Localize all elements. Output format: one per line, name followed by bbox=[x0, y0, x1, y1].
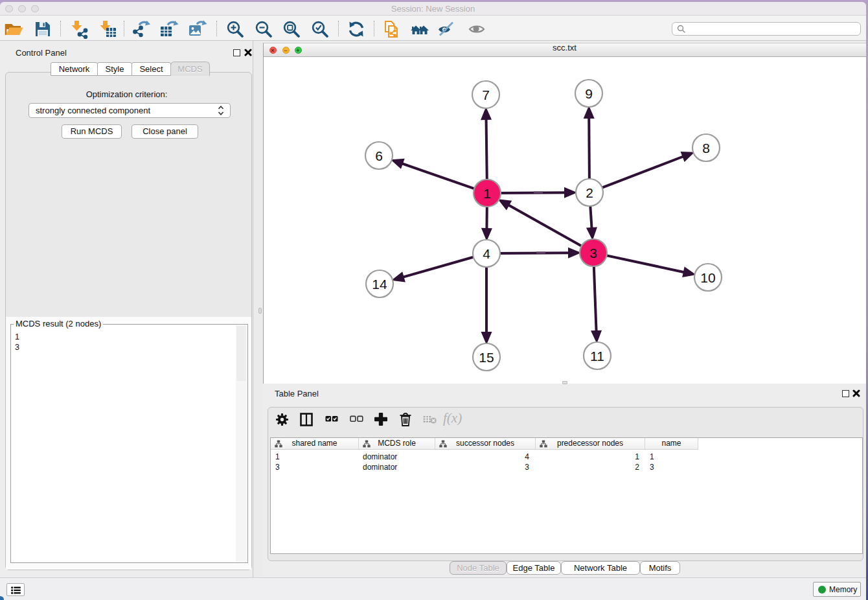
svg-text:11: 11 bbox=[590, 349, 604, 363]
svg-text:14: 14 bbox=[372, 277, 387, 292]
svg-text:6: 6 bbox=[375, 148, 383, 163]
svg-text:1: 1 bbox=[483, 186, 491, 201]
svg-text:9: 9 bbox=[585, 86, 593, 101]
svg-text:10: 10 bbox=[700, 270, 715, 285]
svg-text:3: 3 bbox=[589, 246, 597, 260]
svg-text:4: 4 bbox=[483, 246, 490, 261]
svg-text:2: 2 bbox=[586, 185, 593, 200]
svg-text:7: 7 bbox=[482, 87, 490, 102]
svg-text:15: 15 bbox=[479, 350, 494, 365]
svg-text:8: 8 bbox=[702, 141, 710, 156]
